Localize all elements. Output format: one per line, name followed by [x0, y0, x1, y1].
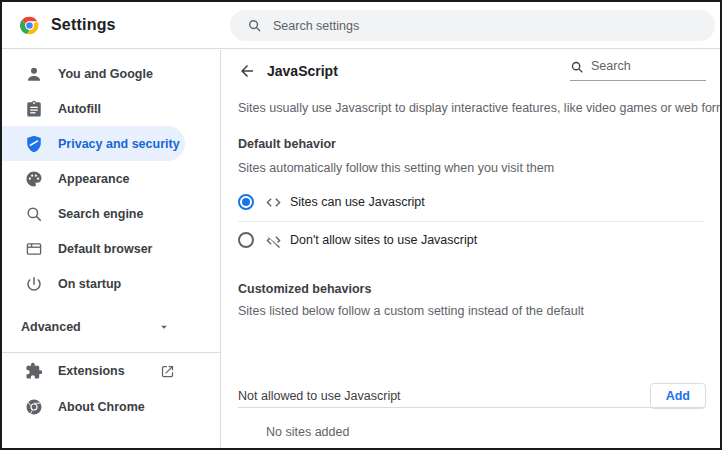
- main-content: JavaScript Sites usually use Javascript …: [220, 50, 720, 448]
- sidebar-item-autofill[interactable]: Autofill: [2, 91, 220, 126]
- sidebar-item-appearance[interactable]: Appearance: [2, 161, 220, 196]
- sidebar-advanced-toggle[interactable]: Advanced: [2, 309, 220, 345]
- not-allowed-list-row: Not allowed to use Javascript Add: [238, 382, 706, 409]
- sidebar-item-on-startup[interactable]: On startup: [2, 266, 220, 301]
- sidebar-item-extensions[interactable]: Extensions: [2, 353, 220, 389]
- radio-selected[interactable]: [238, 194, 254, 210]
- settings-search-bar[interactable]: [230, 10, 715, 41]
- back-arrow-icon[interactable]: [238, 62, 256, 80]
- shield-icon: [25, 135, 43, 153]
- add-not-allowed-button[interactable]: Add: [650, 383, 706, 409]
- app-title: Settings: [51, 16, 116, 34]
- palette-icon: [25, 170, 43, 188]
- person-icon: [25, 65, 43, 83]
- browser-window-icon: [25, 240, 43, 258]
- default-behavior-heading: Default behavior: [238, 137, 336, 151]
- power-icon: [25, 275, 43, 293]
- magnifier-icon: [25, 205, 43, 223]
- customized-behaviors-heading: Customized behaviors: [238, 282, 371, 296]
- sidebar-item-about-chrome[interactable]: About Chrome: [2, 389, 220, 425]
- sidebar: You and Google Autofill Privacy and secu…: [2, 50, 220, 448]
- not-allowed-label: Not allowed to use Javascript: [238, 389, 401, 403]
- page-description: Sites usually use Javascript to display …: [238, 101, 722, 115]
- chrome-grayscale-icon: [25, 398, 43, 416]
- page-search-input[interactable]: [591, 59, 691, 73]
- open-in-new-icon: [160, 364, 175, 379]
- sidebar-item-you-and-google[interactable]: You and Google: [2, 56, 220, 91]
- clipboard-icon: [25, 100, 43, 118]
- chrome-logo-icon: [19, 15, 40, 36]
- code-off-icon: [265, 232, 282, 249]
- divider: [238, 407, 704, 408]
- puzzle-icon: [25, 362, 43, 380]
- chevron-down-icon: [157, 320, 171, 334]
- top-bar: Settings: [2, 2, 720, 49]
- page-search-field[interactable]: [570, 59, 706, 81]
- page-title: JavaScript: [267, 63, 338, 79]
- search-icon: [570, 60, 584, 74]
- settings-search-input[interactable]: [273, 19, 637, 33]
- search-icon: [247, 18, 262, 33]
- default-behavior-subtitle: Sites automatically follow this setting …: [238, 161, 554, 175]
- sidebar-item-search-engine[interactable]: Search engine: [2, 196, 220, 231]
- radio-option-dont-allow-javascript[interactable]: Don't allow sites to use Javascript: [238, 222, 704, 258]
- customized-behaviors-subtitle: Sites listed below follow a custom setti…: [238, 304, 584, 318]
- radio-unselected[interactable]: [238, 232, 254, 248]
- code-icon: [265, 194, 282, 211]
- radio-option-sites-can-use-javascript[interactable]: Sites can use Javascript: [238, 184, 704, 220]
- no-sites-added-text: No sites added: [266, 425, 349, 439]
- sidebar-item-default-browser[interactable]: Default browser: [2, 231, 220, 266]
- sidebar-item-privacy-and-security[interactable]: Privacy and security: [2, 126, 185, 161]
